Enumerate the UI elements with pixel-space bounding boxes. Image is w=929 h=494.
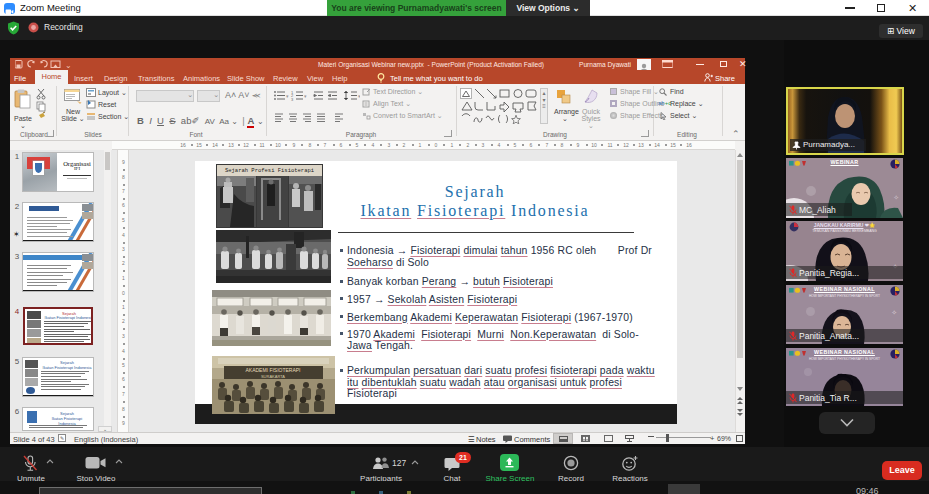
svg-text:3: 3 bbox=[291, 97, 294, 102]
svg-text:⌄: ⌄ bbox=[65, 61, 72, 70]
svg-text:AKADEMI FISIOTERAPI: AKADEMI FISIOTERAPI bbox=[245, 367, 300, 373]
svg-text:▾: ▾ bbox=[286, 93, 289, 99]
svg-text:▾: ▾ bbox=[358, 93, 360, 99]
svg-text:SURAKARTA: SURAKARTA bbox=[261, 374, 285, 379]
svg-text:▾: ▾ bbox=[304, 93, 307, 99]
